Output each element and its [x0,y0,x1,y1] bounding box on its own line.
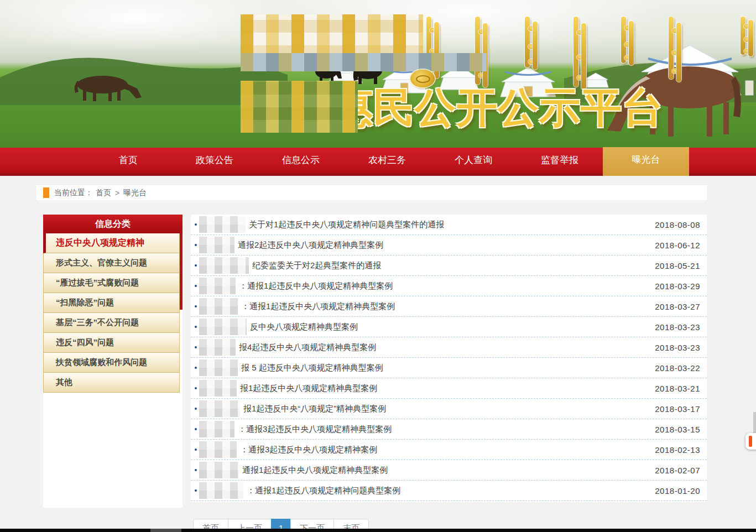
widget-orange-icon [749,436,752,447]
redacted-mosaic-band [241,53,487,71]
news-title[interactable]: 报1起违反中央“八项规定”精神典型案例 [243,404,386,414]
sidebar-item-6[interactable]: 扶贫领域腐败和作风问题 [43,353,180,373]
script-dot-icon [624,25,631,30]
sidebar-item-4[interactable]: 基层“三务”不公开问题 [43,313,180,333]
news-date: 2018-03-27 [655,302,700,311]
script-dot-icon [528,44,535,49]
breadcrumb-separator: > [115,189,119,197]
news-title[interactable]: 纪委监委关于对2起典型案件的通报 [252,260,381,271]
news-list: 关于对1起违反中央八项规定精神问题典型案件的通报2018-08-08通报2起违反… [191,215,707,501]
news-title[interactable]: ：通报1起违反中央八项规定精神典型案例 [241,301,395,312]
list-item: 关于对1起违反中央八项规定精神问题典型案件的通报2018-08-08 [191,215,707,235]
breadcrumb-marker-icon [43,187,49,198]
news-title[interactable]: 报1起违反中央八项规定精神典型案例 [240,383,377,394]
bullet-icon [195,244,197,246]
script-dot-icon [672,69,679,74]
main-nav: 首页政策公告信息公示农村三务个人查询监督举报曝光台 [0,148,756,176]
breadcrumb-prefix: 当前位置： [54,188,93,198]
script-dot-icon [744,49,750,54]
news-date: 2018-03-15 [655,425,700,434]
nav-item-4[interactable]: 个人查询 [430,148,517,173]
news-date: 2018-03-21 [655,384,700,393]
redacted-text [199,441,237,458]
redacted-text [199,319,247,335]
script-dot-icon [744,24,750,29]
news-panel: 关于对1起违反中央八项规定精神问题典型案件的通报2018-08-08通报2起违反… [191,215,707,502]
bullet-icon [195,428,197,430]
taskbar-edge [0,529,756,532]
bullet-icon [195,469,197,471]
sidebar-item-2[interactable]: “雁过拔毛”式腐败问题 [43,273,180,293]
news-title[interactable]: 报 5 起违反中央八项规定精神典型案例 [241,363,383,373]
category-list: 违反中央八项规定精神形式主义、官僚主义问题“雁过拔毛”式腐败问题“扫黑除恶”问题… [43,233,180,393]
bullet-icon [195,305,197,307]
news-date: 2018-01-20 [655,486,700,496]
mongolian-script-icon [573,17,587,90]
nav-item-3[interactable]: 农村三务 [344,148,430,173]
scrollbar[interactable] [753,412,756,434]
sidebar-item-0[interactable]: 违反中央八项规定精神 [43,233,180,253]
script-dot-icon [528,26,535,31]
script-dot-icon [624,55,631,60]
news-date: 2018-03-23 [655,322,700,332]
breadcrumb-home-link[interactable]: 首页 [96,188,111,198]
bullet-icon [195,326,197,328]
news-title[interactable]: ：通报3起违反中央八项规定精神典型案例 [238,424,392,435]
redacted-text [199,380,237,397]
mongolian-script-icon [475,17,489,87]
sidebar-item-5[interactable]: 违反“四风”问题 [43,333,180,353]
script-dot-icon [430,28,436,33]
news-date: 2018-03-22 [655,363,700,373]
news-date: 2018-03-23 [655,343,700,352]
breadcrumb: 当前位置： 首页 > 曝光台 [37,185,707,200]
redacted-text [199,421,234,437]
script-dot-icon [577,75,583,80]
bullet-icon [195,408,197,410]
news-title[interactable]: 报4起违反中央八项规定精神典型案例 [239,342,376,353]
news-title[interactable]: 关于对1起违反中央八项规定精神问题典型案件的通报 [249,220,444,230]
redacted-mosaic-title [241,81,358,133]
nav-item-6[interactable]: 曝光台 [603,147,689,176]
news-title[interactable]: ：通报1起违反八项规定精神问题典型案例 [247,486,400,496]
list-item: 通报1起违反中央八项规定精神典型案例2018-02-07 [191,460,707,481]
news-date: 2018-08-08 [655,220,700,230]
bullet-icon [195,387,197,389]
list-item: ：通报3起违反中央八项规定精神典型案例2018-03-15 [191,419,707,440]
redacted-text [199,237,234,253]
news-date: 2018-02-13 [655,445,700,455]
breadcrumb-current: 曝光台 [123,188,147,198]
list-item: ：通报1起违反八项规定精神问题典型案例2018-01-20 [191,481,707,501]
bullet-icon [195,346,197,348]
script-dot-icon [577,55,583,60]
bullet-icon [195,223,197,226]
script-dot-icon [624,42,631,47]
bullet-icon [195,448,197,451]
nav-list: 首页政策公告信息公示农村三务个人查询监督举报曝光台 [85,148,756,173]
news-title[interactable]: 通报2起违反中央八项规定精神典型案例 [238,240,383,251]
browser-side-widget[interactable] [745,433,756,450]
taskbar-segment [150,529,181,532]
redacted-text [199,359,238,376]
list-item: ：通报1起违反中央八项规定精神典型案例2018-03-27 [191,296,707,317]
news-title[interactable]: 反中央八项规定精神典型案例 [250,322,358,332]
list-item: 反中央八项规定精神典型案例2018-03-23 [191,317,707,337]
news-title[interactable]: ：通报1起违反中央八项规定精神典型案例 [239,281,393,291]
bullet-icon [195,489,197,492]
nav-item-2[interactable]: 信息公示 [258,148,344,173]
script-dot-icon [744,37,750,42]
mongolian-script-icon [524,17,539,70]
news-date: 2018-05-21 [655,261,700,270]
mongolian-script-icon [621,17,635,65]
news-title[interactable]: 通报1起违反中央八项规定精神典型案例 [242,465,388,476]
redacted-text [199,400,240,417]
nav-item-0[interactable]: 首页 [85,148,171,173]
list-item: 纪委监委关于对2起典型案件的通报2018-05-21 [191,255,707,276]
news-date: 2018-03-17 [655,404,700,414]
nav-item-5[interactable]: 监督举报 [517,148,603,173]
sidebar-item-3[interactable]: “扫黑除恶”问题 [43,293,180,313]
sidebar-item-1[interactable]: 形式主义、官僚主义问题 [43,253,180,273]
list-item: ：通报1起违反中央八项规定精神典型案例2018-03-29 [191,276,707,296]
sidebar-item-7[interactable]: 其他 [43,373,180,393]
news-title[interactable]: ：通报3起违反中央八项规定精神案例 [240,445,377,455]
nav-item-1[interactable]: 政策公告 [171,148,258,173]
